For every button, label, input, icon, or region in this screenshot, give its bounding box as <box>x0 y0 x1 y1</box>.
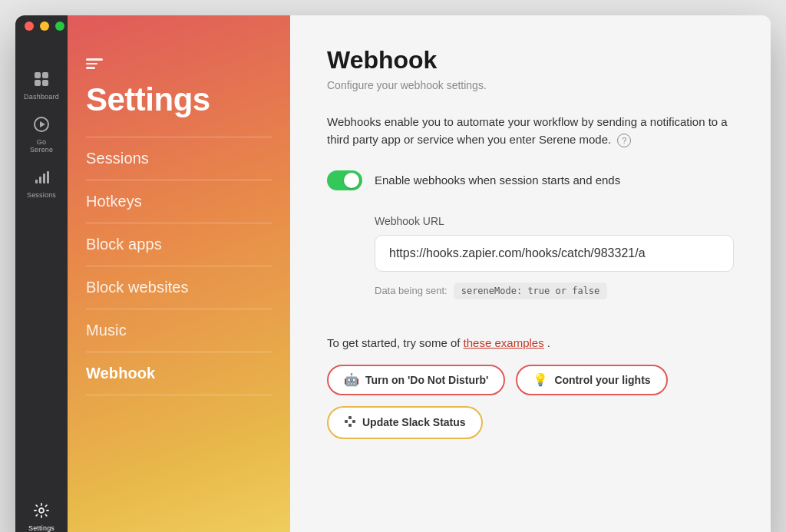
svg-rect-0 <box>35 72 41 78</box>
examples-section: To get started, try some of these exampl… <box>327 336 734 439</box>
titlebar <box>15 15 771 37</box>
control-lights-label: Control your lights <box>554 374 650 386</box>
dashboard-label: Dashboard <box>24 93 59 101</box>
android-icon: 🤖 <box>344 374 359 386</box>
do-not-disturb-label: Turn on 'Do Not Disturb' <box>365 374 488 386</box>
slack-icon <box>344 415 356 430</box>
settings-nav-label: Settings <box>28 524 54 532</box>
data-being-sent-label: Data being sent: <box>375 285 447 296</box>
svg-rect-14 <box>352 420 355 423</box>
icon-nav: Dashboard Go Serene Sessions <box>15 15 68 532</box>
minimize-button[interactable] <box>40 21 49 31</box>
do-not-disturb-button[interactable]: 🤖 Turn on 'Do Not Disturb' <box>327 365 505 395</box>
sidebar-item-dashboard[interactable]: Dashboard <box>20 64 63 107</box>
settings-nav-icon <box>33 502 50 521</box>
control-lights-button[interactable]: 💡 Control your lights <box>516 365 667 395</box>
toggle-track[interactable] <box>327 170 362 190</box>
sidebar-item-sessions[interactable]: Sessions <box>86 137 272 180</box>
svg-marker-5 <box>40 121 45 127</box>
svg-rect-8 <box>43 173 45 183</box>
svg-rect-12 <box>348 416 352 419</box>
toggle-label: Enable webhooks when session starts and … <box>375 173 620 187</box>
app-window: Dashboard Go Serene Sessions <box>15 15 771 532</box>
main-content: Webhook Configure your webhook settings.… <box>290 15 771 532</box>
toggle-thumb <box>344 173 359 188</box>
svg-rect-13 <box>348 424 352 427</box>
page-subtitle: Configure your webhook settings. <box>327 79 734 91</box>
sidebar: Settings Sessions Hotkeys Block apps Blo… <box>68 15 290 532</box>
description-text: Webhooks enable you to automate your wor… <box>327 113 734 149</box>
help-icon[interactable]: ? <box>617 134 631 147</box>
examples-text-prefix: To get started, try some of <box>327 336 460 349</box>
svg-point-10 <box>39 508 44 513</box>
svg-rect-3 <box>42 80 48 86</box>
svg-rect-1 <box>42 72 48 78</box>
sidebar-item-go-serene[interactable]: Go Serene <box>20 110 63 160</box>
description-body: Webhooks enable you to automate your wor… <box>327 115 728 146</box>
sidebar-item-hotkeys[interactable]: Hotkeys <box>86 180 272 223</box>
update-slack-label: Update Slack Status <box>362 416 466 428</box>
dashboard-icon <box>33 71 50 90</box>
example-buttons: 🤖 Turn on 'Do Not Disturb' 💡 Control you… <box>327 365 734 439</box>
data-being-sent-row: Data being sent: sereneMode: true or fal… <box>375 283 734 299</box>
svg-rect-6 <box>35 180 38 183</box>
sidebar-title: Settings <box>86 81 272 118</box>
sidebar-item-music[interactable]: Music <box>86 309 272 352</box>
webhook-url-label: Webhook URL <box>375 215 734 227</box>
examples-link[interactable]: these examples <box>464 336 544 349</box>
sessions-nav-icon <box>33 169 50 188</box>
go-serene-label: Go Serene <box>25 138 58 154</box>
webhook-url-input[interactable] <box>375 235 734 272</box>
svg-rect-7 <box>39 177 41 183</box>
go-serene-icon <box>33 116 50 135</box>
sidebar-item-webhook[interactable]: Webhook <box>86 352 272 395</box>
sessions-nav-label: Sessions <box>27 191 56 199</box>
examples-intro: To get started, try some of these exampl… <box>327 336 734 349</box>
sidebar-item-block-apps[interactable]: Block apps <box>86 223 272 266</box>
lights-icon: 💡 <box>533 374 548 386</box>
sidebar-item-settings-nav[interactable]: Settings <box>20 496 63 532</box>
svg-rect-11 <box>345 420 348 423</box>
close-button[interactable] <box>25 21 34 31</box>
sidebar-item-block-websites[interactable]: Block websites <box>86 266 272 309</box>
hamburger-icon <box>86 58 272 69</box>
data-being-sent-code: sereneMode: true or false <box>454 283 608 299</box>
sidebar-menu: Sessions Hotkeys Block apps Block websit… <box>86 137 272 395</box>
webhook-toggle[interactable] <box>327 170 362 190</box>
toggle-row: Enable webhooks when session starts and … <box>327 170 734 190</box>
svg-rect-9 <box>47 171 49 183</box>
page-title: Webhook <box>327 46 734 74</box>
svg-rect-2 <box>35 80 41 86</box>
webhook-url-section: Webhook URL Data being sent: sereneMode:… <box>375 215 734 299</box>
sidebar-item-sessions[interactable]: Sessions <box>20 163 63 205</box>
update-slack-button[interactable]: Update Slack Status <box>327 406 483 439</box>
maximize-button[interactable] <box>55 21 64 31</box>
examples-text-suffix: . <box>547 336 550 349</box>
